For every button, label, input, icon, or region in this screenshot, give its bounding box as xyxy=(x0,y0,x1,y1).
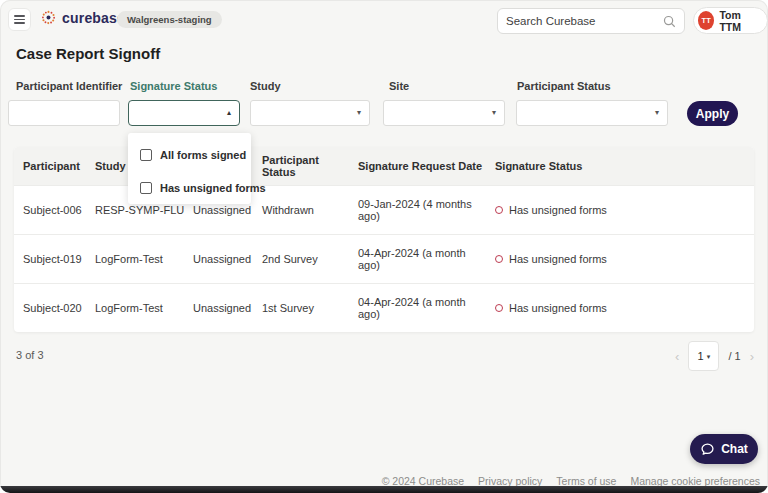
curebase-logo-icon xyxy=(40,9,57,26)
cell-participant-status: 2nd Survey xyxy=(262,253,358,265)
filter-label-participant-status: Participant Status xyxy=(517,80,611,92)
global-search xyxy=(497,8,685,34)
current-page: 1 xyxy=(698,350,704,362)
chevron-down-icon: ▾ xyxy=(492,109,496,117)
prev-page-icon[interactable]: ‹ xyxy=(675,350,679,363)
signature-status-text: Has unsigned forms xyxy=(509,204,607,216)
table-row[interactable]: Subject-020 LogForm-Test Unassigned 1st … xyxy=(14,283,754,332)
cell-signature-request-date: 04-Apr-2024 (a month ago) xyxy=(358,296,495,320)
search-input[interactable] xyxy=(506,15,663,27)
unsigned-status-icon xyxy=(495,255,503,263)
chat-label: Chat xyxy=(721,442,748,456)
cell-signature-request-date: 04-Apr-2024 (a month ago) xyxy=(358,247,495,271)
site-select[interactable]: ▾ xyxy=(383,100,505,126)
cell-signature-status: Has unsigned forms xyxy=(495,204,754,216)
next-page-icon[interactable]: › xyxy=(750,350,754,363)
option-label: All forms signed xyxy=(160,149,246,161)
menu-button[interactable] xyxy=(8,8,31,31)
checkbox-icon[interactable] xyxy=(140,182,152,194)
signature-status-select[interactable]: ▴ xyxy=(128,100,240,126)
signature-status-dropdown: All forms signed Has unsigned forms xyxy=(128,133,251,204)
chevron-up-icon: ▴ xyxy=(227,109,231,117)
app-window: curebase Walgreens-staging TT Tom TTM Ca… xyxy=(0,0,768,493)
apply-button[interactable]: Apply xyxy=(687,101,738,126)
cell-study: LogForm-Test xyxy=(95,302,193,314)
cell-signature-status: Has unsigned forms xyxy=(495,302,754,314)
signature-status-text: Has unsigned forms xyxy=(509,253,607,265)
filter-label-signature-status: Signature Status xyxy=(130,80,217,92)
table-row[interactable]: Subject-006 RESP-SYMP-FLU Unassigned Wit… xyxy=(14,185,754,234)
pager: ‹ 1 ▾ / 1 › xyxy=(675,341,754,371)
chat-bubble-icon xyxy=(700,442,715,457)
user-avatar: TT xyxy=(698,11,714,30)
cell-participant: Subject-020 xyxy=(23,302,95,314)
option-has-unsigned-forms[interactable]: Has unsigned forms xyxy=(128,176,251,200)
filter-label-participant-identifier: Participant Identifier xyxy=(16,80,122,92)
participant-status-select[interactable]: ▾ xyxy=(516,100,668,126)
column-header-signature-request-date[interactable]: Signature Request Date xyxy=(358,160,495,172)
search-icon xyxy=(663,15,676,28)
brand-logo[interactable]: curebase xyxy=(40,9,125,26)
chevron-down-icon: ▾ xyxy=(707,353,711,360)
checkbox-icon[interactable] xyxy=(140,149,152,161)
page-title: Case Report Signoff xyxy=(16,45,160,62)
column-header-participant-status[interactable]: Participant Status xyxy=(262,154,358,178)
user-menu[interactable]: TT Tom TTM xyxy=(693,7,768,34)
cell-participant-status: 1st Survey xyxy=(262,302,358,314)
brand-name: curebase xyxy=(62,10,125,26)
cell-signature-request-date: 09-Jan-2024 (4 months ago) xyxy=(358,198,495,222)
filter-label-site: Site xyxy=(389,80,409,92)
user-name: Tom TTM xyxy=(719,9,759,33)
column-header-signature-status[interactable]: Signature Status xyxy=(495,160,754,172)
cell-site: Unassigned xyxy=(193,204,262,216)
column-header-participant[interactable]: Participant xyxy=(23,160,95,172)
cell-signature-status: Has unsigned forms xyxy=(495,253,754,265)
participant-identifier-input[interactable] xyxy=(8,100,120,126)
cell-participant-status: Withdrawn xyxy=(262,204,358,216)
chevron-down-icon: ▾ xyxy=(655,109,659,117)
table-header-row: Participant Study Site Participant Statu… xyxy=(14,147,754,185)
signoff-table: Participant Study Site Participant Statu… xyxy=(14,147,754,332)
table-row[interactable]: Subject-019 LogForm-Test Unassigned 2nd … xyxy=(14,234,754,283)
unsigned-status-icon xyxy=(495,304,503,312)
cell-site: Unassigned xyxy=(193,253,262,265)
chat-button[interactable]: Chat xyxy=(690,434,758,464)
unsigned-status-icon xyxy=(495,206,503,214)
cell-participant: Subject-006 xyxy=(23,204,95,216)
page-select[interactable]: 1 ▾ xyxy=(688,341,719,371)
signature-status-text: Has unsigned forms xyxy=(509,302,607,314)
window-bottom-edge xyxy=(0,486,768,493)
chevron-down-icon: ▾ xyxy=(357,109,361,117)
environment-badge: Walgreens-staging xyxy=(117,11,222,28)
cell-study: RESP-SYMP-FLU xyxy=(95,204,193,216)
cell-study: LogForm-Test xyxy=(95,253,193,265)
results-summary: 3 of 3 xyxy=(16,349,44,361)
cell-participant: Subject-019 xyxy=(23,253,95,265)
total-pages: / 1 xyxy=(728,350,740,362)
option-all-forms-signed[interactable]: All forms signed xyxy=(128,143,251,167)
filter-label-study: Study xyxy=(250,80,281,92)
option-label: Has unsigned forms xyxy=(160,182,266,194)
study-select[interactable]: ▾ xyxy=(250,100,370,126)
cell-site: Unassigned xyxy=(193,302,262,314)
